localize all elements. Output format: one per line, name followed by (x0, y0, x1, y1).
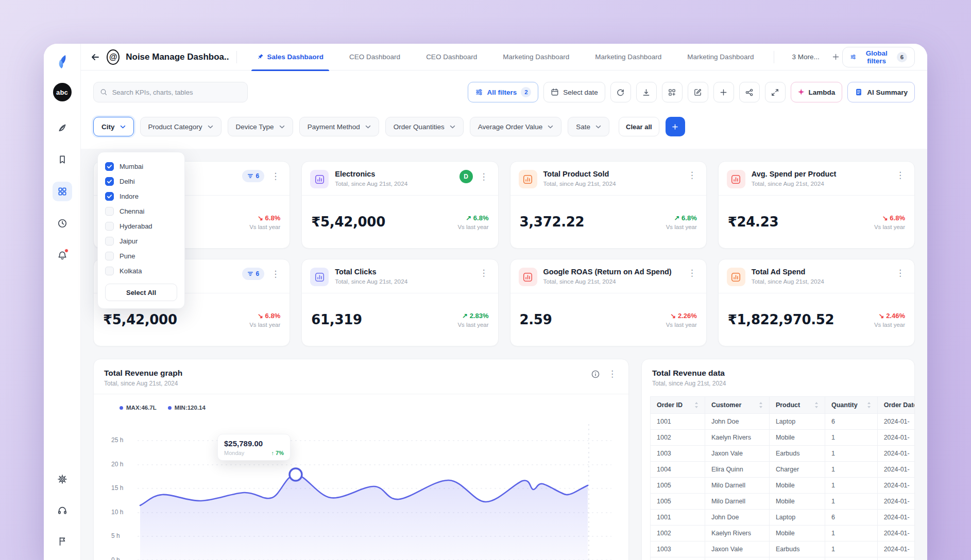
download-button[interactable] (636, 82, 657, 102)
global-filters-button[interactable]: Global filters 6 (842, 47, 915, 67)
filter-chip-product-category[interactable]: Product Category (140, 117, 222, 136)
kpi-chart-icon (310, 170, 329, 188)
table-cell: 1 (825, 541, 877, 557)
settings-button[interactable] (53, 469, 72, 489)
sidebar-item-history[interactable] (53, 214, 72, 233)
table-row[interactable]: 1002Kaelyn RiversMobile12024-01- (651, 526, 915, 541)
highlighted-point[interactable] (289, 468, 302, 481)
table-row[interactable]: 1005Milo DarnellMobile12024-01- (651, 478, 915, 494)
panel-menu-button[interactable]: ⋮ (606, 369, 618, 379)
tab-marketing-dashboard-3[interactable]: Marketing Dashboard (674, 44, 766, 71)
main-area: @ Noise Manage Dashboa.. Sales Dashbaord… (81, 44, 927, 560)
table-row[interactable]: 1005Milo DarnellMobile12024-01- (651, 494, 915, 510)
workspace-avatar[interactable]: abc (53, 83, 72, 101)
checkbox[interactable] (105, 207, 114, 216)
column-header-product[interactable]: Product (769, 397, 825, 414)
checkbox[interactable] (105, 192, 114, 201)
clear-all-button[interactable]: Clear all (619, 117, 659, 136)
sidebar-item-dashboards[interactable] (53, 182, 72, 201)
city-option-pune[interactable]: Pune (105, 249, 177, 264)
card-menu-button[interactable]: ⋮ (686, 170, 698, 181)
fullscreen-button[interactable] (765, 82, 786, 102)
ai-summary-button[interactable]: AI Summary (847, 82, 915, 102)
toolbar: All filters 2 Select date (81, 71, 927, 102)
city-option-chennai[interactable]: Chennai (105, 204, 177, 219)
table-cell: Milo Darnell (705, 494, 769, 510)
checkbox[interactable] (105, 267, 114, 275)
card-menu-button[interactable]: ⋮ (894, 170, 906, 181)
city-option-delhi[interactable]: Delhi (105, 174, 177, 189)
table-row[interactable]: 1004Elira QuinnCharger12024-01- (651, 462, 915, 478)
city-option-jaipur[interactable]: Jaipur (105, 234, 177, 249)
filter-chip-average-order-value[interactable]: Average Order Value (470, 117, 562, 136)
card-menu-button[interactable]: ⋮ (686, 268, 698, 278)
tab-sales-dashboard[interactable]: Sales Dashbaord (244, 44, 337, 71)
table-row[interactable]: 1004Elira QuinnCharger12024-01- (651, 557, 915, 560)
checkbox[interactable] (105, 237, 114, 246)
app-logo-icon[interactable] (53, 52, 72, 72)
filter-chip-sate[interactable]: Sate (568, 117, 609, 136)
back-button[interactable] (89, 49, 101, 65)
checkbox[interactable] (105, 252, 114, 260)
filter-count-badge[interactable]: 6 (242, 268, 265, 280)
top-bar: @ Noise Manage Dashboa.. Sales Dashbaord… (81, 44, 927, 71)
chip-label: Average Order Value (478, 123, 543, 131)
filter-chip-payment-method[interactable]: Payment Method (299, 117, 379, 136)
table-row[interactable]: 1001John DoeLaptop62024-01- (651, 510, 915, 526)
filter-chip-city[interactable]: City (93, 117, 134, 136)
card-menu-button[interactable]: ⋮ (478, 268, 490, 278)
all-filters-button[interactable]: All filters 2 (468, 82, 539, 102)
kpi-vs-label: Vs last year (457, 224, 488, 230)
column-header-customer[interactable]: Customer (705, 397, 769, 414)
drilldown-badge[interactable]: D (459, 170, 473, 183)
add-widget-button[interactable] (662, 82, 683, 102)
card-menu-button[interactable]: ⋮ (269, 171, 281, 182)
filter-chip-device-type[interactable]: Device Type (228, 117, 293, 136)
select-date-button[interactable]: Select date (543, 82, 605, 102)
sidebar-item-bookmarks[interactable] (53, 150, 72, 169)
city-option-kolkata[interactable]: Kolkata (105, 264, 177, 278)
feedback-button[interactable] (53, 531, 72, 551)
table-row[interactable]: 1001John DoeLaptop62024-01- (651, 414, 915, 430)
card-menu-button[interactable]: ⋮ (894, 268, 906, 278)
table-cell: 1005 (651, 478, 705, 494)
sidebar-item-notifications[interactable] (53, 246, 72, 265)
table-row[interactable]: 1002Kaelyn RiversMobile12024-01- (651, 430, 915, 446)
filter-count-badge[interactable]: 6 (242, 170, 265, 182)
option-label: Mumbai (120, 163, 143, 170)
support-button[interactable] (53, 500, 72, 520)
add-filter-button[interactable] (666, 117, 685, 136)
table-row[interactable]: 1003Jaxon ValeEarbuds12024-01- (651, 541, 915, 557)
add-dashboard-button[interactable] (830, 49, 842, 65)
card-menu-button[interactable]: ⋮ (269, 269, 281, 279)
filter-chip-order-quantities[interactable]: Order Quantities (385, 117, 464, 136)
tab-ceo-dashboard-2[interactable]: CEO Dashboard (413, 44, 490, 71)
select-all-button[interactable]: Select All (105, 284, 177, 301)
tab-marketing-dashboard-2[interactable]: Marketing Dashboard (582, 44, 674, 71)
table-cell: 1 (825, 478, 877, 494)
more-tabs-button[interactable]: 3 More... (781, 53, 829, 61)
orders-table-container[interactable]: Order ID Customer Product Quantity Order… (650, 396, 914, 560)
share-button[interactable] (739, 82, 760, 102)
column-header-order-date[interactable]: Order Date (877, 397, 914, 414)
table-row[interactable]: 1003Jaxon ValeEarbuds12024-01- (651, 446, 915, 462)
search-box[interactable] (93, 82, 248, 102)
column-header-quantity[interactable]: Quantity (825, 397, 877, 414)
column-header-order-id[interactable]: Order ID (651, 397, 705, 414)
refresh-button[interactable] (610, 82, 631, 102)
checkbox[interactable] (105, 177, 114, 186)
lambda-button[interactable]: ✦ Lambda (791, 82, 842, 102)
info-icon[interactable] (591, 370, 600, 379)
tab-marketing-dashboard-1[interactable]: Marketing Dashboard (490, 44, 582, 71)
card-menu-button[interactable]: ⋮ (478, 171, 490, 182)
city-option-indore[interactable]: Indore (105, 189, 177, 204)
city-option-hyderabad[interactable]: Hyderabad (105, 219, 177, 234)
tab-ceo-dashboard-1[interactable]: CEO Dashboard (336, 44, 413, 71)
sidebar-item-feed[interactable] (53, 118, 72, 137)
search-input[interactable] (112, 89, 241, 96)
city-option-mumbai[interactable]: Mumbai (105, 159, 177, 174)
checkbox[interactable] (105, 162, 114, 171)
edit-button[interactable] (688, 82, 708, 102)
add-button[interactable] (713, 82, 734, 102)
checkbox[interactable] (105, 222, 114, 231)
